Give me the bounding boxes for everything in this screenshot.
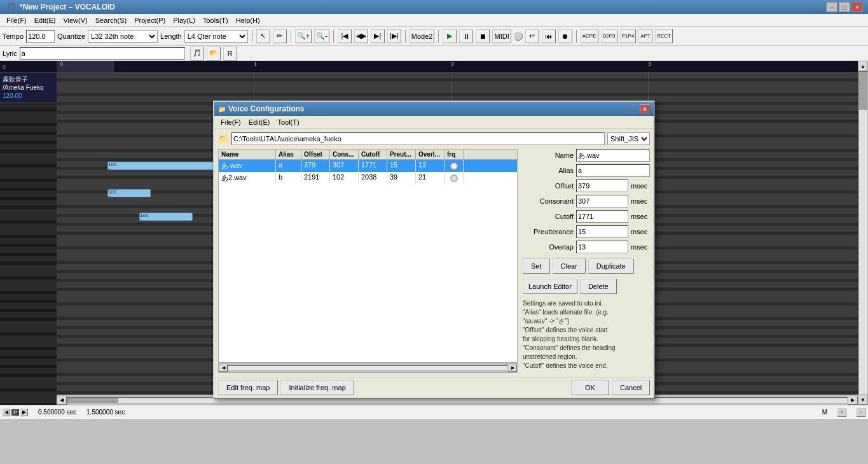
lyric-input[interactable] bbox=[20, 47, 185, 60]
status-scroll-right[interactable]: ▶ bbox=[20, 409, 28, 416]
close-button[interactable]: × bbox=[851, 2, 863, 12]
menu-project[interactable]: Project(P) bbox=[130, 15, 169, 25]
menu-play[interactable]: Play(L) bbox=[169, 15, 199, 25]
dialog-menu-file[interactable]: File(F) bbox=[217, 117, 245, 127]
row1-preutter: 15 bbox=[387, 160, 416, 172]
menu-help[interactable]: Help(H) bbox=[232, 15, 264, 25]
scroll-left-btn[interactable]: ◀ bbox=[57, 396, 67, 405]
prop-consonant-input[interactable] bbox=[576, 195, 628, 207]
dialog-menu-tool[interactable]: Tool(T) bbox=[273, 117, 303, 127]
mode2-btn[interactable]: Mode2 bbox=[410, 29, 435, 43]
piano-keys: B5 C5 C4 C3 bbox=[0, 102, 57, 405]
col-preutterance: Preut... bbox=[387, 150, 416, 159]
tempo-input[interactable] bbox=[26, 30, 55, 43]
row1-frq bbox=[444, 160, 464, 172]
file-row-2[interactable]: あ2.wav b 2191 102 2038 39 21 bbox=[219, 172, 517, 184]
rewind-btn[interactable]: ⏮ bbox=[542, 29, 556, 43]
main-menu-bar: File(F) Edit(E) View(V) Search(S) Projec… bbox=[0, 14, 868, 27]
maximize-button[interactable]: □ bbox=[839, 2, 850, 12]
d2p3-btn[interactable]: D2P3 bbox=[601, 29, 617, 43]
note-2[interactable]: 100 a bbox=[107, 189, 151, 197]
v-scrollbar[interactable]: ▲ ▼ bbox=[858, 61, 868, 405]
quantize-select[interactable]: L32 32th note bbox=[88, 30, 158, 43]
scroll-down-btn[interactable]: ▼ bbox=[858, 395, 867, 405]
prop-name-input[interactable] bbox=[576, 149, 650, 162]
dialog-path-input[interactable] bbox=[231, 132, 605, 145]
dialog-close-btn[interactable]: × bbox=[640, 104, 650, 113]
acpe-btn[interactable]: ACPE bbox=[581, 29, 598, 43]
status-scroll-left[interactable]: ◀ bbox=[3, 409, 10, 416]
lyric-play-btn[interactable]: 🎵 bbox=[190, 46, 204, 60]
status-zoom-in[interactable]: + bbox=[837, 408, 846, 417]
prop-overlap-input[interactable] bbox=[576, 241, 628, 253]
menu-view[interactable]: View(V) bbox=[59, 15, 91, 25]
prop-alias-input[interactable] bbox=[576, 164, 650, 177]
ok-btn[interactable]: OK bbox=[571, 380, 609, 395]
init-freq-btn[interactable]: Initialize freq. map bbox=[280, 380, 354, 395]
nav-prev-btn[interactable]: ◀▶ bbox=[354, 29, 368, 43]
title-bar-controls: – □ × bbox=[826, 2, 863, 12]
delete-btn[interactable]: Delete bbox=[580, 279, 617, 294]
encoding-select[interactable]: Shift_JIS UTF-8 bbox=[607, 132, 650, 145]
record-btn[interactable] bbox=[514, 32, 523, 41]
nav-next-btn[interactable]: ▶| bbox=[371, 29, 385, 43]
prop-preutterance-label: Preutterance bbox=[523, 228, 574, 236]
prop-preutterance-input[interactable] bbox=[576, 225, 628, 238]
status-zoom-out[interactable]: - bbox=[857, 408, 865, 417]
length-label: Length bbox=[160, 32, 182, 40]
rect-btn[interactable]: RECT bbox=[655, 29, 673, 43]
list-scroll-left[interactable]: ◀ bbox=[219, 364, 228, 372]
length-select[interactable]: L4 Qter note bbox=[184, 30, 248, 43]
apt-btn[interactable]: APT bbox=[638, 29, 652, 43]
menu-search[interactable]: Search(S) bbox=[92, 15, 131, 25]
minimize-button[interactable]: – bbox=[826, 2, 837, 12]
prop-preutterance-row: Preutterance msec bbox=[523, 225, 650, 238]
row2-overlap: 21 bbox=[416, 172, 444, 184]
play-btn[interactable]: ▶ bbox=[443, 29, 457, 43]
lyric-wav-btn[interactable]: 📂 bbox=[207, 46, 221, 60]
p1p4-btn[interactable]: P1P4 bbox=[620, 29, 637, 43]
scroll-up-btn[interactable]: ▲ bbox=[858, 61, 867, 71]
menu-edit[interactable]: Edit(E) bbox=[31, 15, 60, 25]
tempo-corner: 0 bbox=[3, 64, 6, 70]
select-tool-btn[interactable]: ↖ bbox=[256, 29, 270, 43]
nav-start-btn[interactable]: |◀ bbox=[338, 29, 352, 43]
prop-cutoff-input[interactable] bbox=[576, 210, 628, 223]
clear-btn[interactable]: Clear bbox=[553, 258, 586, 274]
zoom-in-btn[interactable]: 🔍+ bbox=[295, 29, 312, 43]
dialog-menu-edit[interactable]: Edit(E) bbox=[245, 117, 274, 127]
loop-btn[interactable]: ↩ bbox=[525, 29, 539, 43]
lyric-r-btn[interactable]: R bbox=[223, 46, 237, 60]
pause-btn[interactable]: ⏸ bbox=[459, 29, 473, 43]
cancel-btn[interactable]: Cancel bbox=[612, 380, 650, 395]
prop-overlap-label: Overlap bbox=[523, 243, 574, 251]
duplicate-btn[interactable]: Duplicate bbox=[588, 258, 634, 274]
scrollbar-thumb[interactable] bbox=[67, 398, 118, 403]
prop-consonant-row: Consonant msec bbox=[523, 195, 650, 207]
v-scrollbar-track[interactable] bbox=[858, 71, 868, 395]
stop-btn[interactable]: ⏹ bbox=[476, 29, 490, 43]
set-btn[interactable]: Set bbox=[523, 258, 550, 274]
separator-2 bbox=[291, 30, 291, 43]
pencil-tool-btn[interactable]: ✏ bbox=[273, 29, 287, 43]
list-scroll-right[interactable]: ▶ bbox=[508, 364, 517, 372]
note-3[interactable]: 100 a bbox=[139, 213, 193, 221]
launch-editor-btn[interactable]: Launch Editor bbox=[523, 279, 577, 294]
list-scrollbar-track[interactable] bbox=[228, 365, 508, 370]
dialog-info-text: Settings are saved to oto.ini. "Alias" l… bbox=[523, 297, 650, 373]
menu-file[interactable]: File(F) bbox=[3, 15, 31, 25]
prop-offset-input[interactable] bbox=[576, 179, 628, 192]
midi-btn[interactable]: MIDI bbox=[492, 29, 511, 43]
edit-freq-btn[interactable]: Edit freq. map bbox=[218, 380, 278, 395]
list-h-scrollbar[interactable]: ◀ ▶ bbox=[218, 363, 518, 373]
nav-end-btn[interactable]: |▶| bbox=[387, 29, 401, 43]
scroll-right-btn[interactable]: ▶ bbox=[848, 396, 858, 405]
key-pattern bbox=[0, 102, 57, 405]
v-scrollbar-thumb[interactable] bbox=[859, 72, 867, 110]
voice-config-dialog: 📁 Voice Configurations × File(F) Edit(E)… bbox=[213, 101, 655, 399]
zoom-out-btn[interactable]: 🔍- bbox=[314, 29, 329, 43]
file-row-1[interactable]: あ.wav a 379 307 1771 15 13 bbox=[219, 160, 517, 172]
metronome-btn[interactable]: ⏺ bbox=[558, 29, 572, 43]
mark-2: 2 bbox=[451, 61, 454, 67]
menu-tools[interactable]: Tools(T) bbox=[199, 15, 232, 25]
